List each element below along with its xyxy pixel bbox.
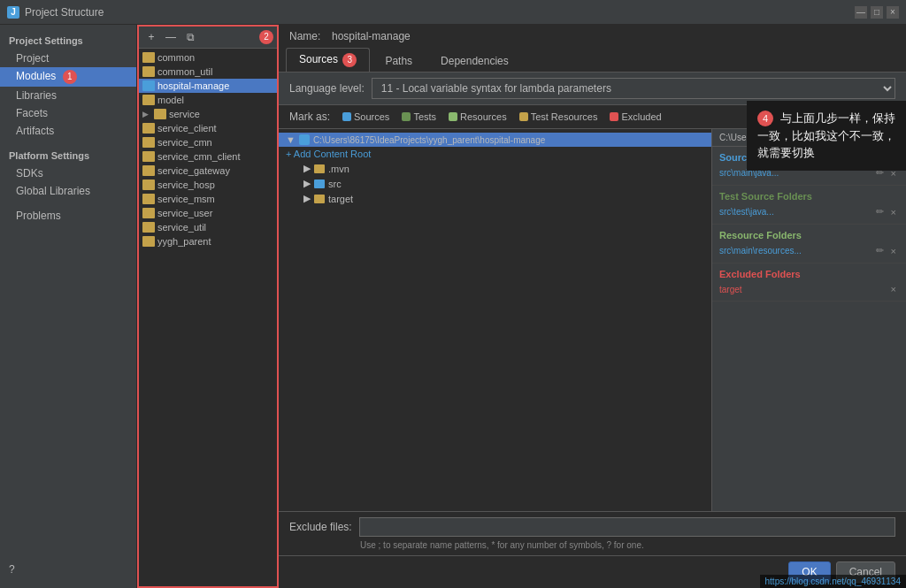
folder-icon: [142, 165, 155, 176]
resource-folders-title: Resource Folders: [719, 230, 899, 241]
window-title: Project Structure: [25, 6, 104, 19]
module-panel-badge: 2: [259, 30, 273, 44]
resource-folders-section: Resource Folders src\main\resources... ✏…: [712, 225, 906, 263]
folder-icon: [142, 151, 155, 162]
tree-item-service-client[interactable]: service_client: [139, 121, 277, 135]
help-button[interactable]: ?: [0, 558, 136, 581]
sidebar-item-problems[interactable]: Problems: [0, 207, 136, 225]
folder-icon: [142, 66, 155, 77]
edit-test-source-button[interactable]: ✏: [873, 205, 887, 218]
content-tree-left: ▼ C:\Users\86175\IdeaProjects\yygh_paren…: [279, 129, 711, 511]
sidebar: Project Settings Project Modules 1 Libra…: [0, 25, 137, 588]
test-source-title: Test Source Folders: [719, 191, 899, 202]
remove-test-source-button[interactable]: ×: [888, 205, 899, 218]
excluded-folder-path: target ×: [719, 283, 899, 295]
tree-item-service-cmn-client[interactable]: service_cmn_client: [139, 149, 277, 164]
tree-item-common-util[interactable]: common_util: [139, 65, 277, 79]
sources-dot: [342, 112, 351, 121]
tree-item-yygh-parent[interactable]: yygh_parent: [139, 234, 277, 248]
remove-module-button[interactable]: —: [162, 28, 180, 46]
name-value: hospital-manage: [332, 30, 895, 42]
tree-item-service-gateway[interactable]: service_gateway: [139, 164, 277, 178]
folder-icon: [142, 222, 155, 233]
bottom-area: Exclude files: Use ; to separate name pa…: [279, 511, 906, 555]
excluded-folders-section: Excluded Folders target ×: [712, 263, 906, 302]
exclude-files-input[interactable]: [359, 517, 895, 537]
add-module-button[interactable]: +: [142, 28, 160, 46]
tree-item-service-util[interactable]: service_util: [139, 220, 277, 234]
tab-dependencies[interactable]: Dependencies: [427, 50, 522, 72]
remove-resource-folder-button[interactable]: ×: [888, 244, 899, 257]
exclude-files-label: Exclude files:: [289, 521, 352, 533]
sidebar-item-libraries[interactable]: Libraries: [0, 87, 136, 104]
sidebar-item-sdks[interactable]: SDKs: [0, 164, 136, 182]
tree-item-service-hosp[interactable]: service_hosp: [139, 178, 277, 192]
folder-icon: [142, 52, 155, 63]
sidebar-item-artifacts[interactable]: Artifacts: [0, 122, 136, 140]
folder-icon: [142, 236, 155, 247]
module-tree: common common_util hospital-manage model…: [139, 49, 277, 586]
root-path-item[interactable]: ▼ C:\Users\86175\IdeaProjects\yygh_paren…: [279, 133, 711, 147]
sidebar-item-global-libraries[interactable]: Global Libraries: [0, 182, 136, 200]
tree-item-service[interactable]: ▶ service: [139, 107, 277, 121]
folder-icon: [142, 179, 155, 190]
watermark: https://blog.csdn.net/qq_46931134: [760, 575, 906, 588]
test-resources-dot: [519, 112, 528, 121]
content-tree-area: ▼ C:\Users\86175\IdeaProjects\yygh_paren…: [279, 129, 906, 511]
copy-module-button[interactable]: ⧉: [181, 28, 199, 46]
maximize-button[interactable]: □: [871, 6, 883, 19]
tab-paths[interactable]: Paths: [372, 50, 426, 72]
tab-sources[interactable]: Sources 3: [286, 48, 370, 72]
close-button[interactable]: ×: [887, 6, 899, 19]
tree-item-common[interactable]: common: [139, 50, 277, 65]
add-content-root-button[interactable]: + Add Content Root: [279, 147, 711, 161]
remove-excluded-folder-button[interactable]: ×: [888, 283, 899, 295]
excluded-folders-title: Excluded Folders: [719, 269, 899, 279]
mark-tag-tests[interactable]: Tests: [398, 111, 440, 123]
tree-item-model[interactable]: model: [139, 93, 277, 107]
module-panel: + — ⧉ 2 common common_util hospital-mana…: [137, 25, 279, 588]
app-icon: J: [7, 6, 19, 19]
title-bar: J Project Structure — □ ×: [0, 0, 906, 25]
sidebar-item-facets[interactable]: Facets: [0, 104, 136, 122]
mark-tag-resources[interactable]: Resources: [445, 111, 511, 123]
name-row: Name: hospital-manage: [279, 25, 906, 48]
folder-icon: [314, 164, 325, 173]
main-layout: Project Settings Project Modules 1 Libra…: [0, 25, 906, 588]
tests-dot: [402, 112, 411, 121]
module-toolbar: + — ⧉ 2: [139, 27, 277, 49]
sidebar-item-project[interactable]: Project: [0, 50, 136, 67]
minimize-button[interactable]: —: [855, 6, 867, 19]
tree-item-service-msm[interactable]: service_msm: [139, 192, 277, 206]
tree-item-mvn[interactable]: ▶ .mvn: [279, 161, 711, 176]
exclude-hint: Use ; to separate name patterns, * for a…: [289, 540, 895, 550]
resources-dot: [449, 112, 457, 121]
exclude-row: Exclude files:: [289, 517, 895, 537]
language-label: Language level:: [289, 82, 365, 95]
folder-icon: [142, 194, 155, 204]
modules-badge: 1: [63, 70, 77, 84]
folder-icon: [142, 95, 155, 105]
language-select[interactable]: 11 - Local variable syntax for lambda pa…: [372, 78, 895, 99]
resource-folder-path: src\main\resources... ✏ ×: [719, 244, 899, 257]
edit-resource-folder-button[interactable]: ✏: [873, 244, 887, 257]
mark-tag-sources[interactable]: Sources: [339, 111, 393, 123]
tree-item-target[interactable]: ▶ target: [279, 191, 711, 206]
mark-tag-test-resources[interactable]: Test Resources: [516, 111, 602, 123]
platform-settings-title: Platform Settings: [0, 147, 136, 164]
right-panel: C:\Users...yygh_parent\h... Source Folde…: [711, 129, 906, 511]
project-settings-title: Project Settings: [0, 32, 136, 50]
tabs-bar: Sources 3 Paths Dependencies 4 与上面几步一样，保…: [279, 48, 906, 73]
tree-item-service-user[interactable]: service_user: [139, 206, 277, 220]
tooltip-badge: 4: [757, 111, 773, 126]
tree-item-src[interactable]: ▶ src: [279, 176, 711, 191]
folder-icon: [154, 109, 166, 119]
sources-tab-badge: 3: [342, 53, 357, 67]
tree-item-hospital-manage[interactable]: hospital-manage: [139, 79, 277, 93]
tree-item-service-cmn[interactable]: service_cmn: [139, 135, 277, 149]
excluded-dot: [610, 112, 618, 121]
folder-icon: [314, 195, 325, 203]
mark-tag-excluded[interactable]: Excluded: [606, 111, 664, 123]
sidebar-item-modules[interactable]: Modules 1: [0, 67, 136, 87]
test-source-folders-section: Test Source Folders src\test\java... ✏ ×: [712, 186, 906, 225]
